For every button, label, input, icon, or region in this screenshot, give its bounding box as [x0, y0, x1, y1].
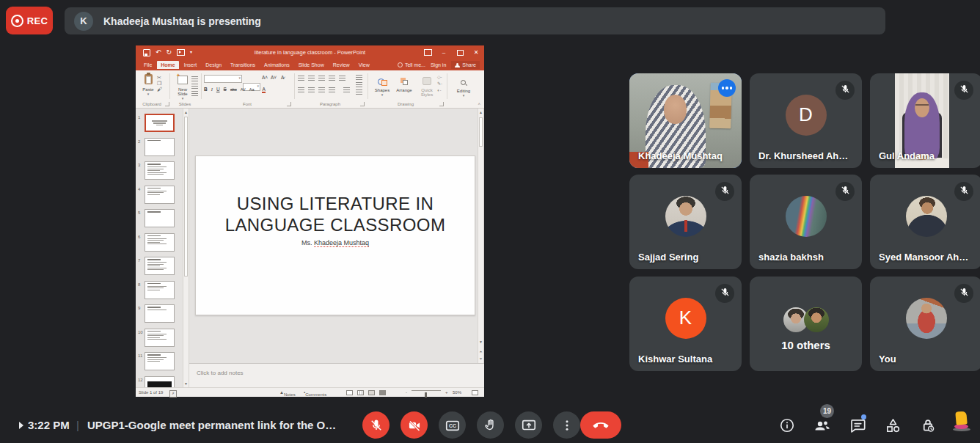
- expand-caret-icon[interactable]: [19, 422, 23, 429]
- slide-scroll-up-icon[interactable]: ▲: [478, 110, 483, 114]
- share-button[interactable]: Share: [451, 61, 480, 69]
- slide-thumbnail-6[interactable]: [145, 233, 175, 252]
- slide-thumbnail-7[interactable]: [145, 257, 175, 275]
- align-right-icon[interactable]: [318, 87, 325, 92]
- participant-tile-syed-mansoor[interactable]: Syed Mansoor Ah…: [870, 175, 980, 269]
- format-painter-icon[interactable]: 🖌︎: [157, 87, 162, 92]
- line-spacing-icon[interactable]: [339, 76, 345, 81]
- previous-slide-icon[interactable]: ⏶: [478, 349, 483, 354]
- numbering-icon[interactable]: [308, 76, 315, 81]
- align-left-icon[interactable]: [298, 87, 304, 92]
- ribbon-display-options-icon[interactable]: [420, 45, 436, 59]
- participant-tile-kishwar-sultana[interactable]: K Kishwar Sultana: [629, 277, 742, 371]
- slide-subtitle-text[interactable]: Ms. Khadeeja Mushtaq: [196, 239, 475, 246]
- notes-panel[interactable]: Click to add notes: [189, 363, 484, 387]
- scroll-up-icon[interactable]: ▲: [183, 110, 189, 114]
- layout-icon[interactable]: [191, 76, 198, 81]
- increase-indent-icon[interactable]: [329, 76, 335, 81]
- notes-toggle[interactable]: ▲ Notes: [279, 390, 284, 395]
- bold-button[interactable]: B: [204, 87, 208, 92]
- slide-sorter-view-icon[interactable]: [357, 390, 364, 395]
- char-spacing-button[interactable]: AV: [241, 87, 246, 92]
- section-icon[interactable]: [191, 91, 198, 96]
- thumbnail-scrollbar[interactable]: ▲ ▼: [183, 109, 189, 387]
- captions-button[interactable]: CC: [439, 411, 466, 439]
- text-shadow-button[interactable]: abc: [230, 87, 237, 92]
- minimize-icon[interactable]: –: [436, 45, 452, 59]
- font-name-select[interactable]: [204, 75, 242, 83]
- quick-styles-button[interactable]: Quick Styles: [417, 75, 436, 97]
- new-slide-button[interactable]: New Slide ▾: [173, 74, 192, 100]
- zoom-slider-thumb[interactable]: [425, 392, 427, 398]
- ppt-tab-file[interactable]: File: [140, 61, 156, 69]
- thumbnail-scrollbar-thumb[interactable]: [184, 117, 188, 277]
- participant-tile-dr-khursheed[interactable]: D Dr. Khursheed Ah…: [750, 73, 862, 168]
- bullets-icon[interactable]: [298, 76, 304, 81]
- qat-customize-icon[interactable]: ▾: [190, 49, 192, 56]
- tile-more-options-button[interactable]: [718, 79, 736, 97]
- slide-scrollbar[interactable]: ▲ ▼ ⏶ ⏷: [478, 109, 484, 363]
- shrink-font-icon[interactable]: A˅: [271, 75, 277, 80]
- participant-tile-sajjad-sering[interactable]: Sajjad Sering: [629, 175, 742, 269]
- zoom-slider[interactable]: [412, 390, 441, 391]
- slide-thumbnail-12[interactable]: [145, 376, 175, 388]
- sign-in-button[interactable]: Sign in: [431, 62, 446, 67]
- comments-toggle[interactable]: ▪ Comments: [304, 390, 305, 395]
- slide-thumbnail-3[interactable]: [145, 161, 175, 180]
- reading-view-icon[interactable]: [368, 390, 375, 395]
- participant-tile-gul-andama[interactable]: Gul Andama: [870, 73, 980, 168]
- normal-view-icon[interactable]: [346, 390, 353, 395]
- shape-effects-icon[interactable]: ◐-: [437, 88, 442, 92]
- meeting-details-button[interactable]: [778, 417, 796, 434]
- justify-icon[interactable]: [329, 87, 335, 92]
- undo-icon[interactable]: ↶: [156, 49, 161, 56]
- next-slide-icon[interactable]: ⏷: [478, 356, 483, 362]
- slide-thumbnail-9[interactable]: [145, 304, 175, 323]
- shape-outline-icon[interactable]: ✎-: [437, 81, 442, 86]
- activities-button[interactable]: [884, 417, 902, 434]
- slide-thumbnail-2[interactable]: [145, 138, 175, 156]
- scroll-down-icon[interactable]: ▼: [183, 381, 189, 386]
- paste-button[interactable]: Paste ▾: [141, 74, 156, 96]
- align-center-icon[interactable]: [308, 87, 315, 92]
- ppt-tab-review[interactable]: Review: [329, 61, 354, 69]
- fit-to-window-icon[interactable]: [472, 390, 478, 395]
- participant-tile-shazia-bakhsh[interactable]: shazia bakhsh: [750, 175, 862, 269]
- end-call-button[interactable]: [580, 411, 621, 439]
- slideshow-icon[interactable]: [177, 49, 185, 56]
- align-text-icon[interactable]: [356, 82, 362, 87]
- participant-tile-khadeeja-mushtaq[interactable]: Khadeeja Mushtaq: [629, 73, 742, 168]
- slide-thumbnail-1[interactable]: [145, 114, 175, 132]
- slide-thumbnail-5[interactable]: [145, 209, 175, 227]
- underline-button[interactable]: U: [216, 87, 220, 92]
- slide-scrollbar-thumb[interactable]: [479, 117, 483, 147]
- host-controls-button[interactable]: [919, 417, 937, 434]
- editing-button[interactable]: Editing ▾: [453, 76, 475, 98]
- ppt-tab-transitions[interactable]: Transitions: [227, 61, 259, 69]
- save-icon[interactable]: [143, 49, 150, 56]
- arrange-button[interactable]: Arrange: [394, 75, 414, 92]
- slide-thumbnail-4[interactable]: [145, 186, 175, 204]
- raise-hand-button[interactable]: [477, 411, 504, 439]
- paragraph-dialog-launcher[interactable]: [360, 102, 365, 106]
- strikethrough-button[interactable]: S: [224, 87, 227, 92]
- tell-me-box[interactable]: Tell me...: [398, 62, 425, 67]
- camera-toggle-button[interactable]: [401, 411, 428, 439]
- decrease-indent-icon[interactable]: [318, 76, 325, 81]
- slide-thumbnail-10[interactable]: [145, 329, 175, 347]
- maximize-icon[interactable]: [452, 45, 468, 59]
- slideshow-view-icon[interactable]: [379, 390, 386, 395]
- present-screen-button[interactable]: [515, 411, 542, 439]
- font-dialog-launcher[interactable]: [287, 102, 291, 106]
- participant-tile-you[interactable]: You: [870, 277, 980, 371]
- ppt-tab-view[interactable]: View: [355, 61, 373, 69]
- cut-icon[interactable]: ✂: [157, 75, 162, 81]
- zoom-out-button[interactable]: -: [406, 390, 407, 395]
- columns-icon[interactable]: [343, 87, 350, 92]
- clipboard-dialog-launcher[interactable]: [165, 102, 169, 106]
- ppt-tab-design[interactable]: Design: [202, 61, 225, 69]
- smartart-icon[interactable]: [356, 89, 362, 95]
- participants-button[interactable]: [813, 417, 831, 434]
- ppt-tab-animations[interactable]: Animations: [260, 61, 293, 69]
- slide-title-text[interactable]: USING LITERATURE IN LANGUAGE CLASSROOM: [196, 193, 475, 235]
